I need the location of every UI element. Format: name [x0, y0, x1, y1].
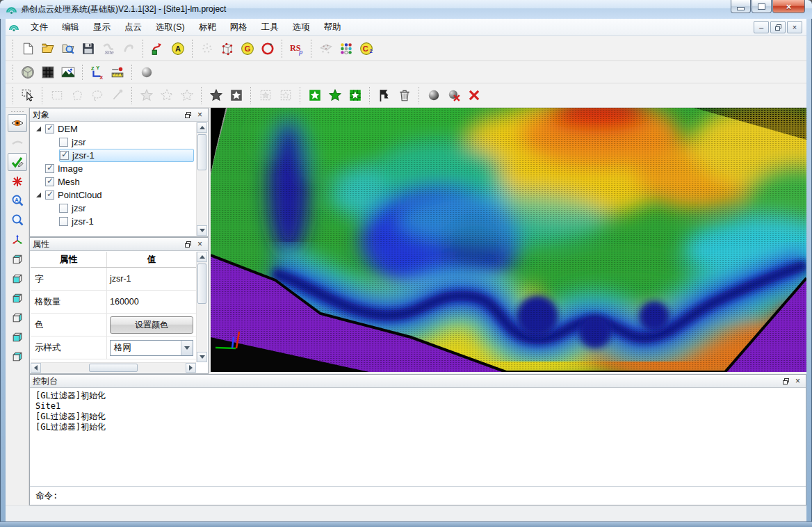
mdi-close-button[interactable]: × [787, 21, 802, 33]
green-star-button[interactable] [325, 86, 345, 104]
flag-button[interactable] [374, 86, 394, 104]
expander-icon[interactable] [36, 193, 41, 197]
set-color-button[interactable]: 设置颜色 [110, 316, 193, 334]
combo-dropdown-button[interactable] [181, 341, 193, 355]
close-button[interactable]: × [772, 0, 805, 13]
tree-item-jzsr-1[interactable]: jzsr-1 [31, 215, 196, 228]
sphere-delete-button[interactable] [444, 86, 464, 104]
color-grid-button[interactable] [336, 39, 356, 58]
cube-right-button[interactable] [8, 309, 27, 327]
menu-item-pointcloud[interactable]: 点云 [117, 19, 149, 35]
sphere-shaded-button[interactable] [423, 86, 444, 104]
scroll-down-arrow-icon[interactable] [197, 225, 207, 236]
circle-o-button[interactable] [257, 39, 277, 58]
visibility-checkbox[interactable] [60, 151, 69, 160]
circle-a-button[interactable]: A [168, 39, 188, 58]
visibility-checkbox[interactable] [59, 217, 68, 226]
delete-x-button[interactable] [464, 86, 484, 104]
tree-item-mesh[interactable]: Mesh [31, 175, 196, 188]
scrollbar-thumb[interactable] [197, 264, 206, 304]
cube-top-button[interactable] [8, 250, 27, 268]
zoom-a-button[interactable]: A [8, 192, 27, 210]
properties-float-button[interactable] [183, 239, 193, 249]
menu-item-target[interactable]: 标靶 [192, 19, 223, 35]
sphere-button[interactable] [136, 63, 156, 81]
visibility-checkbox[interactable] [45, 124, 54, 133]
ruler-button[interactable] [107, 63, 127, 81]
console-log[interactable]: [GL过滤器]初始化Site1[GL过滤器]初始化[GL过滤器]初始化 [30, 388, 806, 486]
tree-item-dem[interactable]: DEM [31, 122, 196, 136]
properties-horizontal-scrollbar[interactable] [31, 362, 196, 373]
tree-item-image[interactable]: Image [31, 162, 196, 175]
trash-button[interactable] [394, 86, 414, 104]
visibility-checkbox[interactable] [59, 138, 68, 147]
mdi-restore-button[interactable] [770, 21, 786, 33]
select-cursor-button[interactable] [17, 86, 38, 104]
circle-c2-button[interactable]: C2 [356, 39, 376, 58]
box-points-button[interactable] [217, 39, 237, 58]
visibility-checkbox[interactable] [45, 190, 54, 200]
cube-bottom-button[interactable] [8, 348, 27, 366]
minimize-button[interactable] [731, 0, 751, 13]
visibility-checkbox[interactable] [45, 177, 54, 186]
scroll-up-arrow-icon[interactable] [197, 122, 207, 133]
mdi-minimize-button[interactable]: – [754, 21, 769, 33]
cube-back-button[interactable] [8, 328, 27, 346]
visibility-checkbox[interactable] [59, 204, 68, 213]
menu-item-tools[interactable]: 工具 [254, 19, 286, 35]
properties-close-button[interactable]: × [195, 239, 205, 249]
cube-front-button[interactable] [8, 270, 27, 288]
visibility-checkbox[interactable] [45, 164, 54, 173]
properties-vertical-scrollbar[interactable] [196, 252, 207, 362]
axes-rgb-button[interactable] [8, 231, 27, 249]
star-box-button[interactable] [226, 86, 246, 104]
sphere-poly-button[interactable] [17, 63, 38, 81]
display-style-combo[interactable]: 格网 [110, 340, 193, 356]
tree-item-pointcloud[interactable]: PointCloud [31, 188, 196, 202]
menu-item-view[interactable]: 显示 [86, 19, 117, 35]
scrollbar-thumb[interactable] [197, 134, 206, 170]
green-grid-star-button[interactable] [345, 86, 365, 104]
cube-left-button[interactable] [8, 289, 27, 307]
circle-g-button[interactable]: G [237, 39, 257, 58]
star-dark-button[interactable] [206, 86, 226, 104]
tree-item-jzsr-1[interactable]: jzsr-1 [31, 149, 196, 162]
open-file-button[interactable] [38, 39, 58, 58]
menu-item-edit[interactable]: 编辑 [55, 19, 86, 35]
expander-icon[interactable] [36, 127, 41, 131]
viewport-3d-scene[interactable] [211, 108, 806, 372]
register-arrow-button[interactable] [147, 39, 168, 58]
menu-item-file[interactable]: 文件 [24, 19, 55, 35]
zyx-axes-button[interactable]: ZYX [87, 63, 107, 81]
menu-item-help[interactable]: 帮助 [317, 19, 348, 35]
rsp-button[interactable]: RSp [286, 39, 307, 58]
open-search-button[interactable] [58, 39, 78, 58]
menu-item-options[interactable]: 选项 [286, 19, 317, 35]
grid-button[interactable] [38, 63, 58, 81]
green-box-star-button[interactable] [304, 86, 325, 104]
menu-item-select[interactable]: 选取(S) [149, 19, 192, 35]
scroll-right-arrow-icon[interactable] [186, 363, 196, 373]
tree-item-jzsr[interactable]: jzsr [31, 202, 196, 215]
save-button[interactable] [78, 39, 98, 58]
menu-item-mesh[interactable]: 网格 [223, 19, 254, 35]
maximize-button[interactable] [752, 0, 772, 13]
scroll-down-arrow-icon[interactable] [197, 352, 207, 362]
scroll-up-arrow-icon[interactable] [197, 252, 207, 262]
eye-button[interactable] [8, 114, 27, 132]
scrollbar-thumb[interactable] [89, 364, 138, 372]
open-search-icon [61, 42, 75, 56]
objects-vertical-scrollbar[interactable] [196, 122, 207, 236]
red-asterisk-button[interactable] [8, 172, 27, 190]
console-float-button[interactable] [781, 376, 791, 386]
tree-item-jzsr[interactable]: jzsr [31, 136, 196, 149]
check-pen-button[interactable] [8, 153, 27, 171]
image-button[interactable] [58, 63, 78, 81]
zoom-button[interactable] [8, 211, 27, 229]
objects-close-button[interactable]: × [195, 110, 205, 120]
objects-float-button[interactable] [183, 110, 193, 120]
console-close-button[interactable]: × [793, 376, 803, 386]
command-input[interactable] [61, 490, 806, 502]
scroll-left-arrow-icon[interactable] [31, 363, 41, 373]
new-file-button[interactable] [17, 39, 38, 58]
